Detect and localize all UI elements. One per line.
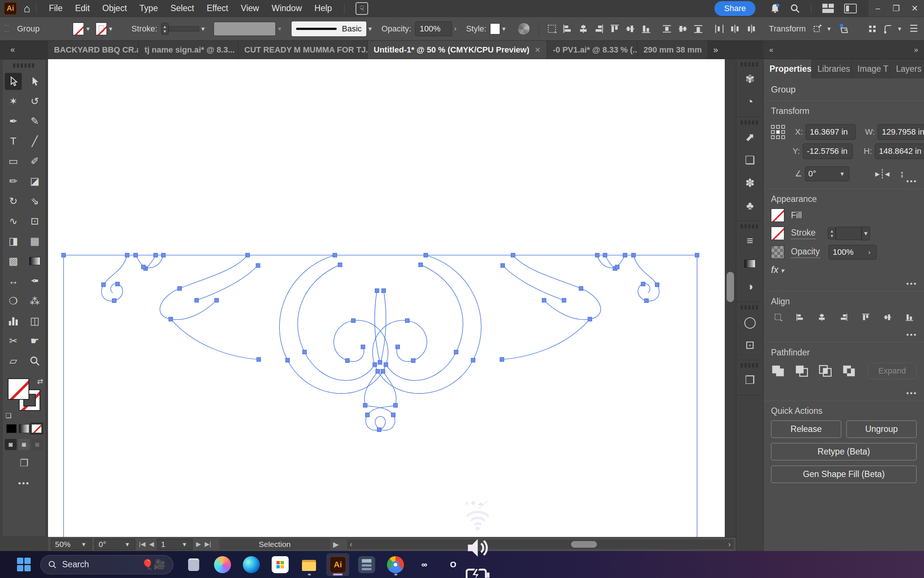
document-canvas[interactable] bbox=[48, 59, 725, 537]
chevron-down-icon[interactable] bbox=[84, 25, 92, 33]
knife-tool[interactable]: ✂ bbox=[5, 333, 22, 349]
pathfinder-panel-icon[interactable]: ❒ bbox=[736, 369, 764, 391]
gen-shape-fill-button[interactable]: Gen Shape Fill (Beta) bbox=[771, 466, 917, 483]
prev-artboard-icon[interactable]: ◀ bbox=[149, 540, 154, 548]
outlook-button[interactable]: O bbox=[442, 553, 464, 576]
close-icon[interactable]: ✕ bbox=[534, 45, 541, 54]
pencil-tool[interactable]: ✏ bbox=[5, 173, 22, 190]
flip-horizontal-icon[interactable]: ▸┊◂ bbox=[875, 169, 890, 179]
fx-button[interactable]: fx bbox=[771, 264, 917, 276]
align-left-icon[interactable] bbox=[796, 312, 804, 323]
panel-grip[interactable]: ▮▮▮▮▮▮ bbox=[3, 60, 45, 68]
panel-grip[interactable]: ▮▮▮▮▮ bbox=[736, 59, 763, 67]
menu-help[interactable]: Help bbox=[308, 3, 338, 13]
align-to-selection-icon[interactable] bbox=[547, 23, 557, 34]
edge-button[interactable] bbox=[240, 553, 263, 576]
onedrive-paused-icon[interactable]: ☁ bbox=[477, 500, 484, 506]
color-mode-button[interactable] bbox=[6, 424, 17, 433]
dropbox-tray-icon[interactable]: ❖ bbox=[471, 500, 476, 506]
status-flyout-icon[interactable]: ▶ bbox=[330, 540, 341, 549]
microsoft-store-button[interactable] bbox=[269, 553, 291, 576]
perspective-grid-tool[interactable]: ▦ bbox=[26, 232, 43, 250]
document-tab[interactable]: BACKYARD BBQ CR.ai...✕ bbox=[48, 41, 139, 59]
menu-file[interactable]: File bbox=[42, 3, 69, 13]
pathfinder-exclude-icon[interactable] bbox=[842, 365, 856, 377]
zoom-tool[interactable] bbox=[26, 352, 43, 369]
dock-collapse-icon[interactable]: « bbox=[769, 45, 773, 54]
gradient-tool[interactable] bbox=[26, 253, 43, 270]
stroke-color-swatch[interactable] bbox=[96, 23, 107, 35]
chevron-down-icon[interactable] bbox=[199, 25, 207, 33]
artboards-panel-icon[interactable]: ❏ bbox=[736, 148, 764, 171]
distribute-bottom-icon[interactable] bbox=[693, 23, 703, 34]
color-panel-icon[interactable]: ✾ bbox=[736, 67, 764, 90]
graphic-style-swatch[interactable] bbox=[490, 23, 500, 34]
eyedropper-tool[interactable]: ✒ bbox=[26, 273, 43, 289]
wifi-icon[interactable] bbox=[464, 528, 491, 534]
stroke-weight-stepper[interactable]: ▴▾ bbox=[161, 23, 169, 35]
measure-tool[interactable]: ↔ bbox=[5, 273, 22, 289]
window-restore-button[interactable]: ❐ bbox=[887, 4, 906, 13]
hand-tool[interactable]: ☛ bbox=[26, 333, 43, 349]
reference-point-grid[interactable] bbox=[771, 125, 785, 139]
none-mode-button[interactable] bbox=[31, 424, 42, 433]
tab-libraries[interactable]: Libraries bbox=[812, 59, 851, 78]
line-segment-tool[interactable]: ╱ bbox=[26, 133, 43, 150]
width-tool[interactable]: ∿ bbox=[5, 213, 22, 230]
stroke-style-select[interactable]: Basic bbox=[291, 21, 366, 36]
chevron-down-icon[interactable] bbox=[107, 25, 115, 33]
color-guide-panel-icon[interactable]: ◔ bbox=[736, 90, 764, 113]
tray-chevron-icon[interactable]: ∧ bbox=[464, 500, 469, 506]
lasso-tool[interactable]: ↺ bbox=[26, 93, 43, 110]
paintbrush-tool[interactable]: ✐ bbox=[26, 153, 43, 170]
more-options-icon[interactable]: ••• bbox=[906, 279, 918, 288]
share-button[interactable]: Share bbox=[714, 1, 756, 16]
more-options-icon[interactable]: ••• bbox=[906, 331, 918, 339]
distribute-vspace-icon[interactable] bbox=[746, 23, 756, 34]
draw-normal-button[interactable]: ◙ bbox=[5, 439, 17, 450]
menu-effect[interactable]: Effect bbox=[200, 3, 234, 13]
transform-panel-icon[interactable]: ⊡ bbox=[736, 333, 764, 356]
task-view-button[interactable] bbox=[182, 553, 205, 576]
recolor-artwork-icon[interactable] bbox=[518, 23, 530, 35]
pen-tool[interactable]: ✒ bbox=[5, 113, 22, 130]
rotation-select[interactable]: 0° bbox=[95, 539, 135, 550]
chevron-down-icon[interactable] bbox=[366, 25, 374, 33]
opacity-field[interactable]: 100% bbox=[415, 21, 452, 36]
chevron-down-icon[interactable] bbox=[500, 25, 508, 33]
creative-cloud-button[interactable]: ∞ bbox=[413, 553, 436, 576]
control-bar-menu-icon[interactable]: ☰ bbox=[909, 23, 918, 34]
workspace-switcher-icon[interactable] bbox=[844, 4, 857, 13]
stroke-panel-icon[interactable]: ≡ bbox=[736, 229, 764, 252]
stroke-weight-stepper[interactable]: ▴▾ bbox=[828, 227, 836, 239]
zoom-level-select[interactable]: 50% bbox=[51, 539, 92, 550]
h-field[interactable]: 148.8642 in bbox=[875, 143, 924, 159]
menu-object[interactable]: Object bbox=[96, 3, 133, 13]
dock-expand-icon[interactable]: » bbox=[914, 45, 918, 54]
menu-window[interactable]: Window bbox=[265, 3, 308, 13]
align-hcenter-icon[interactable] bbox=[578, 23, 588, 34]
selection-tool[interactable] bbox=[5, 73, 22, 90]
rotation-angle-select[interactable]: 0° bbox=[805, 166, 850, 181]
draw-behind-button[interactable]: ◙ bbox=[18, 439, 30, 450]
first-artboard-icon[interactable]: |◀ bbox=[139, 540, 146, 548]
opacity-label[interactable]: Opacity bbox=[791, 247, 820, 258]
illustrator-logo-icon[interactable]: Ai bbox=[4, 2, 17, 15]
default-fill-stroke-icon[interactable]: ❏ bbox=[6, 412, 11, 420]
free-transform-icon[interactable] bbox=[812, 23, 822, 34]
align-right-icon[interactable] bbox=[594, 23, 604, 34]
tab-overflow-icon[interactable]: » bbox=[708, 41, 723, 59]
window-minimize-button[interactable]: – bbox=[869, 4, 887, 13]
start-button[interactable] bbox=[17, 558, 31, 572]
toolbar-collapse-icon[interactable]: « bbox=[0, 41, 48, 59]
opacity-icon[interactable] bbox=[771, 245, 784, 259]
pathfinder-intersect-icon[interactable] bbox=[818, 365, 832, 377]
vertical-scrollbar[interactable] bbox=[725, 59, 736, 537]
blend-tool[interactable]: ❍ bbox=[5, 292, 22, 310]
gradient-mode-button[interactable] bbox=[19, 424, 29, 433]
rotate-tool[interactable]: ↻ bbox=[5, 193, 22, 209]
document-tab[interactable]: CUT READY M MUMMA FOR TJ.ai*✕ bbox=[238, 41, 368, 59]
opacity-field[interactable]: 100% bbox=[829, 245, 877, 260]
align-bottom-icon[interactable] bbox=[905, 312, 914, 323]
last-artboard-icon[interactable]: ▶| bbox=[205, 540, 211, 548]
